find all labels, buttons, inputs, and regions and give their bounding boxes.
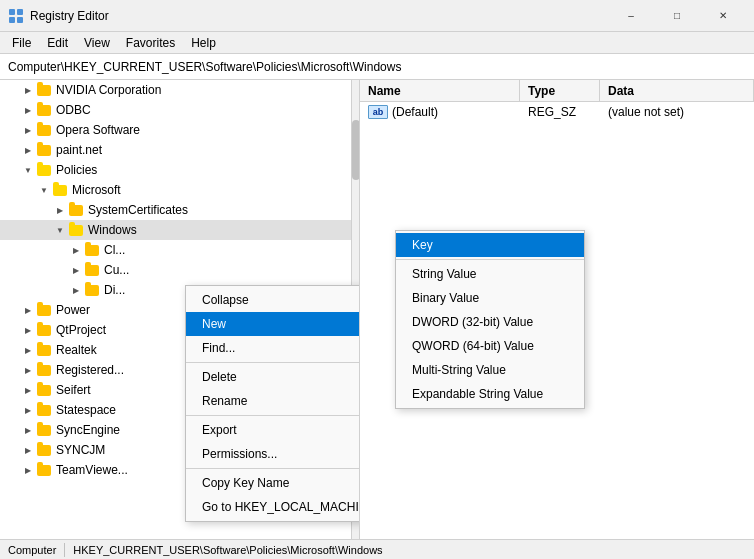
sub-ctx-multistring[interactable]: Multi-String Value — [396, 358, 584, 382]
cell-type: REG_SZ — [520, 102, 600, 122]
ctx-label: Find... — [202, 341, 235, 355]
tree-item-policies[interactable]: ▼ Policies — [0, 160, 359, 180]
chevron-icon: ▼ — [52, 222, 68, 238]
ctx-separator-2 — [186, 415, 360, 416]
chevron-icon: ▶ — [20, 322, 36, 338]
folder-icon — [36, 442, 52, 458]
chevron-icon: ▶ — [68, 282, 84, 298]
col-header-type: Type — [520, 80, 600, 101]
chevron-icon: ▶ — [20, 462, 36, 478]
window-controls: – □ ✕ — [608, 0, 746, 32]
tree-label: Seifert — [56, 383, 91, 397]
tree-item-microsoft[interactable]: ▼ Microsoft — [0, 180, 359, 200]
tree-label: Microsoft — [72, 183, 121, 197]
close-button[interactable]: ✕ — [700, 0, 746, 32]
ctx-label: Copy Key Name — [202, 476, 289, 490]
ctx-delete[interactable]: Delete — [186, 365, 360, 389]
tree-item-windows[interactable]: ▼ Windows — [0, 220, 359, 240]
chevron-icon: ▶ — [52, 202, 68, 218]
ctx-label: Rename — [202, 394, 247, 408]
chevron-icon: ▼ — [36, 182, 52, 198]
minimize-button[interactable]: – — [608, 0, 654, 32]
ctx-copy-key[interactable]: Copy Key Name — [186, 471, 360, 495]
ctx-new[interactable]: New ▶ — [186, 312, 360, 336]
ctx-label: Delete — [202, 370, 237, 384]
tree-label: Opera Software — [56, 123, 140, 137]
ctx-find[interactable]: Find... — [186, 336, 360, 360]
tree-label: Di... — [104, 283, 125, 297]
sub-ctx-expandable[interactable]: Expandable String Value — [396, 382, 584, 406]
sub-ctx-qword[interactable]: QWORD (64-bit) Value — [396, 334, 584, 358]
svg-rect-3 — [17, 17, 23, 23]
address-path: Computer\HKEY_CURRENT_USER\Software\Poli… — [8, 60, 401, 74]
ctx-label: Export — [202, 423, 237, 437]
menu-edit[interactable]: Edit — [39, 34, 76, 52]
ctx-label: New — [202, 317, 226, 331]
title-bar: Registry Editor – □ ✕ — [0, 0, 754, 32]
chevron-icon: ▶ — [20, 382, 36, 398]
sub-ctx-string[interactable]: String Value — [396, 262, 584, 286]
tree-item-cu[interactable]: ▶ Cu... — [0, 260, 359, 280]
maximize-button[interactable]: □ — [654, 0, 700, 32]
chevron-icon: ▶ — [20, 142, 36, 158]
sub-ctx-key[interactable]: Key — [396, 233, 584, 257]
right-panel-header: Name Type Data — [360, 80, 754, 102]
cell-data: (value not set) — [600, 102, 754, 122]
menu-file[interactable]: File — [4, 34, 39, 52]
svg-rect-1 — [17, 9, 23, 15]
chevron-icon: ▶ — [20, 362, 36, 378]
chevron-icon: ▶ — [20, 442, 36, 458]
menu-view[interactable]: View — [76, 34, 118, 52]
tree-label: ODBC — [56, 103, 91, 117]
tree-label: TeamViewe... — [56, 463, 128, 477]
folder-icon — [84, 282, 100, 298]
folder-icon — [36, 422, 52, 438]
tree-label: NVIDIA Corporation — [56, 83, 161, 97]
context-menu: Collapse New ▶ Find... Delete Rename Exp… — [185, 285, 360, 522]
ctx-label: Permissions... — [202, 447, 277, 461]
ctx-label: Go to HKEY_LOCAL_MACHINE — [202, 500, 360, 514]
chevron-icon: ▶ — [20, 122, 36, 138]
col-header-data: Data — [600, 80, 754, 101]
folder-icon — [36, 102, 52, 118]
ctx-export[interactable]: Export — [186, 418, 360, 442]
tree-item-opera[interactable]: ▶ Opera Software — [0, 120, 359, 140]
ctx-label: Collapse — [202, 293, 249, 307]
sub-ctx-dword[interactable]: DWORD (32-bit) Value — [396, 310, 584, 334]
ctx-goto-hklm[interactable]: Go to HKEY_LOCAL_MACHINE — [186, 495, 360, 519]
sub-context-menu: Key String Value Binary Value DWORD (32-… — [395, 230, 585, 409]
tree-item-nvidia[interactable]: ▶ NVIDIA Corporation — [0, 80, 359, 100]
ctx-rename[interactable]: Rename — [186, 389, 360, 413]
tree-panel: ▶ NVIDIA Corporation ▶ ODBC ▶ Opera Soft… — [0, 80, 360, 539]
folder-icon — [84, 262, 100, 278]
menu-favorites[interactable]: Favorites — [118, 34, 183, 52]
tree-item-odbc[interactable]: ▶ ODBC — [0, 100, 359, 120]
folder-icon — [36, 402, 52, 418]
address-bar: Computer\HKEY_CURRENT_USER\Software\Poli… — [0, 54, 754, 80]
tree-item-paintnet[interactable]: ▶ paint.net — [0, 140, 359, 160]
tree-label: paint.net — [56, 143, 102, 157]
folder-icon — [36, 142, 52, 158]
chevron-icon: ▶ — [68, 242, 84, 258]
folder-icon — [36, 362, 52, 378]
svg-rect-0 — [9, 9, 15, 15]
tree-label: Cl... — [104, 243, 125, 257]
tree-item-systemcerts[interactable]: ▶ SystemCertificates — [0, 200, 359, 220]
sub-ctx-binary[interactable]: Binary Value — [396, 286, 584, 310]
ctx-permissions[interactable]: Permissions... — [186, 442, 360, 466]
chevron-icon: ▶ — [20, 302, 36, 318]
folder-icon — [36, 342, 52, 358]
chevron-icon: ▶ — [20, 342, 36, 358]
tree-label: SystemCertificates — [88, 203, 188, 217]
tree-scrollbar-thumb[interactable] — [352, 120, 360, 180]
cell-name: ab (Default) — [360, 102, 520, 122]
col-header-name: Name — [360, 80, 520, 101]
chevron-icon: ▶ — [68, 262, 84, 278]
ctx-collapse[interactable]: Collapse — [186, 288, 360, 312]
tree-label: SYNCJM — [56, 443, 105, 457]
tree-item-cl[interactable]: ▶ Cl... — [0, 240, 359, 260]
tree-label: Windows — [88, 223, 137, 237]
folder-icon — [36, 82, 52, 98]
menu-help[interactable]: Help — [183, 34, 224, 52]
registry-row-default[interactable]: ab (Default) REG_SZ (value not set) — [360, 102, 754, 122]
